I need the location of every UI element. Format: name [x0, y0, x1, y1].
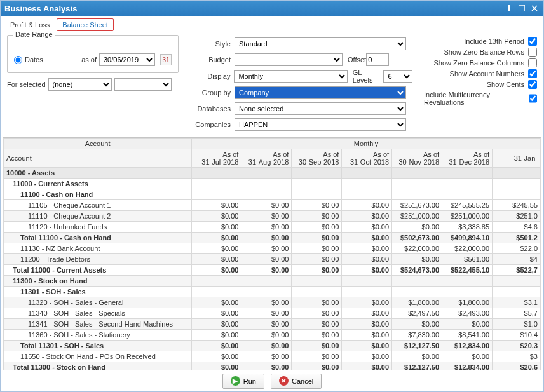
table-row[interactable]: 11100 - Cash on Hand	[4, 189, 541, 200]
value-cell: $0.00	[192, 222, 241, 233]
table-row[interactable]: 11340 - SOH - Sales - Specials$0.00$0.00…	[4, 308, 541, 319]
cents-check[interactable]	[528, 80, 537, 89]
value-cell: $0.00	[292, 362, 342, 370]
pin-icon[interactable]	[504, 3, 514, 13]
cancel-button[interactable]: ✕Cancel	[271, 374, 322, 389]
col-header: As of31-Dec-2018	[442, 149, 493, 168]
dates-radio[interactable]	[14, 56, 22, 64]
value-cell: $3	[493, 351, 541, 362]
run-button[interactable]: ▶Run	[222, 374, 264, 389]
value-cell	[192, 168, 241, 179]
value-cell: $0.00	[342, 308, 392, 319]
value-cell: -$4	[493, 254, 541, 265]
table-row[interactable]: 11200 - Trade Debtors$0.00$0.00$0.00$0.0…	[4, 254, 541, 265]
databases-select[interactable]: None selected	[235, 102, 406, 115]
value-cell: $0.00	[241, 362, 292, 370]
table-row[interactable]: 11320 - SOH - Sales - General$0.00$0.00$…	[4, 297, 541, 308]
value-cell: $0.00	[192, 308, 241, 319]
value-cell: $0.00	[342, 200, 392, 211]
value-cell: $0.00	[241, 308, 292, 319]
groupby-label: Group by	[190, 89, 235, 97]
value-cell: $0.00	[342, 254, 392, 265]
value-cell: $22,000.00	[392, 243, 442, 254]
account-cell: 11550 - Stock On Hand - POs On Received	[4, 351, 192, 362]
value-cell: $245,555.25	[442, 200, 493, 211]
value-cell: $0.00	[292, 351, 342, 362]
col-header: As of30-Sep-2018	[292, 149, 342, 168]
value-cell	[493, 189, 541, 200]
databases-label: Databases	[190, 105, 235, 112]
value-cell: $0.00	[292, 200, 342, 211]
tab-profit-loss[interactable]: Profit & Loss	[4, 18, 55, 31]
acct-nums-check[interactable]	[528, 69, 537, 78]
table-row[interactable]: 11301 - SOH - Sales	[4, 287, 541, 297]
table-row[interactable]: 11105 - Cheque Account 1$0.00$0.00$0.00$…	[4, 200, 541, 211]
zero-rows-check[interactable]	[528, 48, 537, 57]
value-cell	[442, 189, 493, 200]
table-row[interactable]: 11550 - Stock On Hand - POs On Received$…	[4, 351, 541, 362]
value-cell: $0.00	[241, 254, 292, 265]
table-row[interactable]: 11000 - Current Assets	[4, 179, 541, 189]
zero-cols-check[interactable]	[528, 58, 537, 67]
for-selected-value-select[interactable]	[114, 78, 172, 91]
value-cell: $4,6	[493, 222, 541, 233]
value-cell: $12,834.00	[442, 362, 493, 370]
table-row[interactable]: 11130 - NZ Bank Account$0.00$0.00$0.00$0…	[4, 243, 541, 254]
acct-nums-label: Show Account Numbers	[450, 70, 524, 78]
for-selected-select[interactable]: (none)	[48, 78, 112, 91]
value-cell: $522,7	[493, 265, 541, 276]
maximize-icon[interactable]	[517, 3, 527, 13]
value-cell: $5,7	[493, 308, 541, 319]
gl-select[interactable]: 6	[383, 70, 412, 83]
table-row[interactable]: Total 11300 - Stock on Hand$0.00$0.00$0.…	[4, 362, 541, 370]
table-row[interactable]: 11341 - SOH - Sales - Second Hand Machin…	[4, 319, 541, 330]
tab-balance-sheet[interactable]: Balance Sheet	[57, 18, 114, 31]
value-cell: $0.00	[192, 330, 241, 341]
value-cell	[292, 168, 342, 179]
table-row[interactable]: 11110 - Cheque Account 2$0.00$0.00$0.00$…	[4, 211, 541, 222]
account-cell: 11320 - SOH - Sales - General	[4, 297, 192, 308]
account-cell: 11200 - Trade Debtors	[4, 254, 192, 265]
value-cell	[342, 168, 392, 179]
table-row[interactable]: 10000 - Assets	[4, 168, 541, 179]
value-cell: $0.00	[342, 341, 392, 351]
value-cell	[342, 179, 392, 189]
multi-reval-label: Include Multicurrency Revaluations	[424, 91, 525, 106]
value-cell: $22,0	[493, 243, 541, 254]
asof-date-select[interactable]: 30/06/2019	[99, 53, 155, 66]
account-cell: 11300 - Stock on Hand	[4, 276, 192, 287]
value-cell	[241, 179, 292, 189]
value-cell: $561.00	[442, 254, 493, 265]
value-cell: $0.00	[442, 319, 493, 330]
include-13th-check[interactable]	[528, 37, 537, 46]
groupby-select[interactable]: Company	[235, 86, 406, 99]
value-cell	[192, 179, 241, 189]
table-row[interactable]: 11300 - Stock on Hand	[4, 276, 541, 287]
table-row[interactable]: 11120 - Unbanked Funds$0.00$0.00$0.00$0.…	[4, 222, 541, 233]
value-cell: $2,493.00	[442, 308, 493, 319]
value-cell: $0.00	[342, 362, 392, 370]
value-cell	[292, 189, 342, 200]
table-row[interactable]: Total 11100 - Cash on Hand$0.00$0.00$0.0…	[4, 233, 541, 243]
value-cell: $0.00	[192, 254, 241, 265]
companies-select[interactable]: HAPPEN	[235, 118, 406, 131]
value-cell	[493, 276, 541, 287]
calendar-icon[interactable]: 31	[160, 54, 172, 65]
budget-select[interactable]	[235, 53, 343, 66]
table-row[interactable]: 11360 - SOH - Sales - Stationery$0.00$0.…	[4, 330, 541, 341]
value-cell: $245,55	[493, 200, 541, 211]
value-cell: $1,800.00	[442, 297, 493, 308]
value-cell	[493, 179, 541, 189]
value-cell	[292, 287, 342, 297]
table-row[interactable]: Total 11301 - SOH - Sales$0.00$0.00$0.00…	[4, 341, 541, 351]
table-row[interactable]: Total 11000 - Current Assets$0.00$0.00$0…	[4, 265, 541, 276]
display-select[interactable]: Monthly	[234, 70, 347, 83]
style-select[interactable]: Standard	[235, 37, 406, 50]
close-icon[interactable]	[529, 3, 540, 13]
multi-reval-check[interactable]	[529, 94, 537, 103]
account-col-header: Account	[4, 149, 192, 168]
offset-input[interactable]	[366, 53, 389, 66]
value-cell	[192, 276, 241, 287]
tab-strip: Profit & Loss Balance Sheet	[1, 16, 543, 31]
balance-sheet-grid: AccountMonthlyAccountAs of31-Jul-2018As …	[3, 138, 541, 370]
